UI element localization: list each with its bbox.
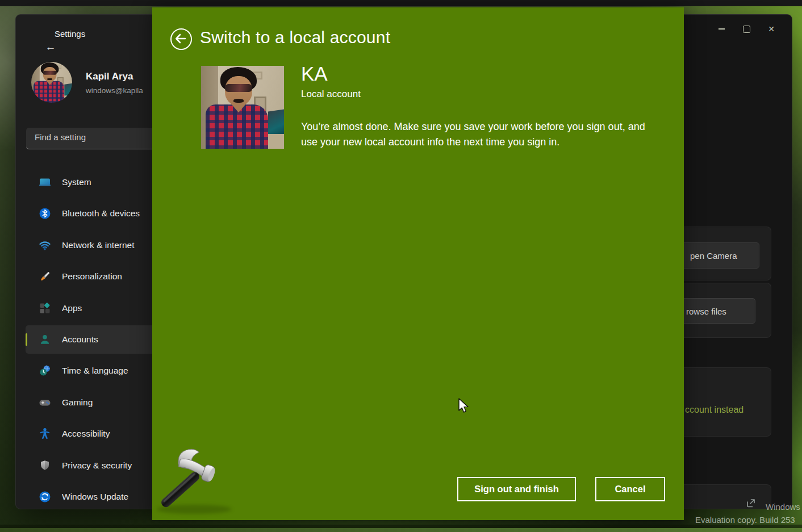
sidebar-item-privacy[interactable]: Privacy & security [26, 451, 166, 480]
minimize-icon [719, 28, 725, 30]
apps-icon [39, 302, 51, 315]
window-controls: ✕ [709, 19, 784, 39]
sidebar-item-apps[interactable]: Apps [26, 294, 166, 322]
person-icon [39, 333, 51, 346]
account-type-label: Local account [301, 89, 361, 100]
wifi-icon [39, 239, 51, 252]
account-initials: KA [301, 62, 328, 85]
sidebar-item-bluetooth[interactable]: Bluetooth & devices [26, 199, 166, 228]
bluetooth-icon [39, 207, 51, 220]
update-icon [39, 491, 51, 503]
hammer-watermark-icon [160, 446, 227, 516]
dialog-description: You’re almost done. Make sure you save y… [301, 119, 653, 150]
avatar[interactable] [31, 62, 72, 103]
sidebar-item-personalization[interactable]: Personalization [26, 262, 166, 291]
sidebar-item-windows-update[interactable]: Windows Update [26, 483, 166, 509]
close-button[interactable]: ✕ [759, 19, 784, 39]
active-pill [26, 333, 27, 346]
minimize-button[interactable] [709, 19, 734, 39]
avatar-photo [31, 62, 72, 103]
account-photo-image [201, 66, 284, 149]
switch-local-account-dialog: Switch to a local account KA Local accou… [152, 7, 684, 520]
maximize-button[interactable] [734, 19, 759, 39]
back-arrow-icon [170, 28, 191, 49]
display-icon [39, 176, 51, 188]
clock-globe-icon [39, 365, 51, 377]
sidebar-item-accessibility[interactable]: Accessibility [26, 420, 166, 448]
local-account-link[interactable]: ccount instead [685, 405, 743, 415]
browse-files-label: rowse files [686, 306, 726, 316]
sidebar-item-time-language[interactable]: Time & language [26, 357, 166, 385]
search-input[interactable] [26, 128, 160, 142]
shield-icon [39, 459, 51, 472]
close-icon: ✕ [768, 24, 775, 33]
dialog-title: Switch to a local account [200, 28, 390, 47]
sidebar-item-gaming[interactable]: Gaming [26, 388, 166, 417]
profile-name: Kapil Arya [86, 71, 133, 82]
windows-watermark-line1: Windows 1 [766, 502, 802, 512]
wallpaper-band [0, 528, 802, 532]
account-photo [201, 66, 284, 149]
sidebar-item-network[interactable]: Network & internet [26, 231, 166, 259]
sign-out-and-finish-button[interactable]: Sign out and finish [457, 477, 576, 501]
brush-icon [39, 270, 51, 283]
maximize-icon [743, 26, 750, 33]
window-title: Settings [55, 29, 85, 39]
open-camera-label: pen Camera [690, 251, 737, 261]
cancel-button[interactable]: Cancel [595, 477, 665, 501]
dialog-back-button[interactable] [170, 28, 192, 50]
sidebar-item-system[interactable]: System [26, 168, 166, 196]
mouse-cursor [456, 397, 470, 414]
back-icon[interactable]: ← [43, 40, 58, 55]
sidebar-item-accounts[interactable]: Accounts [26, 325, 166, 354]
gamepad-icon [39, 396, 51, 409]
external-link-icon [745, 497, 757, 509]
windows-watermark-line2: Evaluation copy. Build 253 [695, 515, 795, 525]
profile-email: windows@kapila [86, 86, 143, 95]
sidebar-nav: System Bluetooth & devices Network & int… [26, 168, 166, 509]
top-screen-strip [0, 0, 802, 6]
accessibility-icon [39, 428, 51, 440]
